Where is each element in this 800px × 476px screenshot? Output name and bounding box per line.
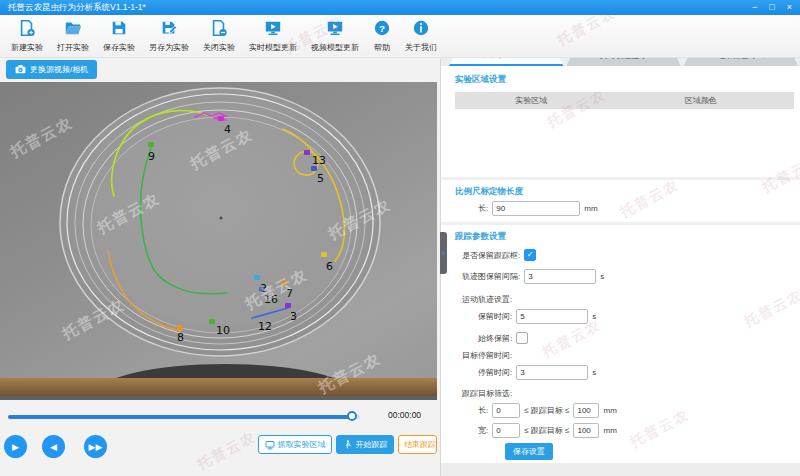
about-icon [412,19,430,41]
app-title: 托普云农昆虫行为分析系统V1.1-1-1* [8,2,146,14]
save-icon [110,19,128,41]
end-tracking-button[interactable]: 结束跟踪 [398,435,437,454]
power-icon [399,440,401,450]
toolbar-item-label: 打开实验 [57,42,89,53]
marker-label: 13 [312,154,326,167]
interval-input[interactable] [524,269,596,284]
toolbar-item-close-exp[interactable]: 关闭实验 [196,18,242,54]
marker-chip [218,116,224,121]
keep-box-label: 是否保留跟踪框: [462,250,520,261]
filter-title: 跟踪目标筛选: [462,388,512,399]
filter-width-max-input[interactable] [573,423,599,438]
always-keep-checkbox[interactable] [516,332,528,344]
marker-label: 10 [216,324,230,337]
maximize-button[interactable]: □ [769,0,774,15]
filter-length-mid: ≤ 跟踪目标 ≤ [524,405,569,416]
change-source-button[interactable]: 更换源视频/相机 [6,60,97,79]
video-panel: 更换源视频/相机 [0,58,440,476]
panel-collapse-handle[interactable]: › [440,232,447,274]
play-button[interactable]: ▶ [4,435,27,458]
keep-box-checkbox[interactable] [524,249,536,261]
section-title-scale: 比例尺标定物长度 [455,186,800,198]
filter-length-label: 长: [478,405,488,416]
toolbar-item-label: 实时模型更新 [249,42,297,53]
progress-bar[interactable] [8,415,360,419]
rewind-button[interactable]: ◀ [42,435,65,458]
col-area: 实验区域 [455,95,608,106]
interval-unit: s [600,272,604,281]
monitor-play-icon [264,19,282,41]
titlebar: 托普云农昆虫行为分析系统V1.1-1-1* − □ × [0,0,800,15]
open-icon [64,19,82,41]
marker-label: 9 [148,150,155,163]
toolbar-item-label: 关闭实验 [203,42,235,53]
close-exp-icon [210,19,228,41]
toolbar-item-help[interactable]: ?帮助 [366,18,398,54]
svg-text:?: ? [379,23,385,34]
marker-chip [281,280,287,285]
toolbar-item-label: 关于我们 [405,42,437,53]
minimize-button[interactable]: − [752,0,757,15]
marker-chip [285,303,291,308]
divider [441,222,800,225]
scale-length-input[interactable] [492,201,580,216]
marker-chip [304,150,310,155]
toolbar-item-new[interactable]: 新建实验 [4,18,50,54]
marker-label: 4 [224,123,231,136]
motion-settings-label: 运动轨迹设置: [462,294,512,305]
keep-time-unit: s [592,312,596,321]
filter-width-unit: mm [603,426,616,435]
scale-length-label: 长: [478,203,488,214]
forward-button[interactable]: ▶▶ [84,435,107,458]
progress-fill [8,415,353,419]
toolbar-item-monitor-play2[interactable]: 视频模型更新 [304,18,366,54]
marker-label: 6 [326,260,333,273]
interval-label: 轨迹图保留间隔: [462,271,520,282]
filter-length-unit: mm [603,406,616,415]
close-button[interactable]: × [787,0,792,15]
monitor-icon [265,440,275,450]
toolbar-items: 新建实验打开实验保存实验另存为实验关闭实验实时模型更新视频模型更新?帮助关于我们 [4,18,444,54]
toolbar-item-about[interactable]: 关于我们 [398,18,444,54]
marker-label: 7 [286,287,293,300]
stay-time-label: 停留时间: [478,367,512,378]
marker-label: 3 [290,310,297,323]
keep-time-label: 保留时间: [478,311,512,322]
toolbar-item-label: 帮助 [374,42,390,53]
marker-label: 16 [264,293,278,306]
video-canvas: 4913562167312108 托普云农托普云农托普云农托普云农托普云农托普云… [0,82,437,400]
monitor-play2-icon [326,19,344,41]
filter-width-label: 宽: [478,425,488,436]
saveas-icon [160,19,178,41]
marker-label: 12 [258,320,272,333]
marker-label: 5 [317,172,324,185]
walker-icon [343,439,353,450]
progress-handle[interactable] [347,411,357,421]
marker-chip [177,325,183,330]
new-icon [18,19,36,41]
toolbar-item-label: 保存实验 [103,42,135,53]
marker-chip [209,319,215,324]
start-tracking-button[interactable]: 开始跟踪 [336,435,394,454]
capture-area-button[interactable]: 抓取实验区域 [258,435,332,454]
toolbar-item-open[interactable]: 打开实验 [50,18,96,54]
stay-title: 目标停留时间: [462,350,512,361]
keep-time-input[interactable] [516,309,588,324]
app-window: { "window": { "title": "托普云农昆虫行为分析系统V1.1… [0,0,800,476]
marker-chip [148,142,154,147]
settings-panel: › 实验参数设置实时轨迹显示结果筛选导出 实验区域设置 实验区域 区域颜色 比例… [440,44,800,476]
toolbar-item-label: 另存为实验 [149,42,189,53]
toolbar: 新建实验打开实验保存实验另存为实验关闭实验实时模型更新视频模型更新?帮助关于我们 [0,15,800,58]
filter-width-min-input[interactable] [492,423,520,438]
col-color: 区域颜色 [608,95,794,106]
toolbar-item-label: 视频模型更新 [311,42,359,53]
scale-unit: mm [584,204,597,213]
toolbar-item-save[interactable]: 保存实验 [96,18,142,54]
save-settings-button[interactable]: 保存设置 [505,443,553,460]
filter-length-min-input[interactable] [492,403,520,418]
filter-length-max-input[interactable] [573,403,599,418]
marker-chip [321,252,327,257]
stay-time-input[interactable] [516,365,588,380]
toolbar-item-monitor-play[interactable]: 实时模型更新 [242,18,304,54]
toolbar-item-saveas[interactable]: 另存为实验 [142,18,196,54]
